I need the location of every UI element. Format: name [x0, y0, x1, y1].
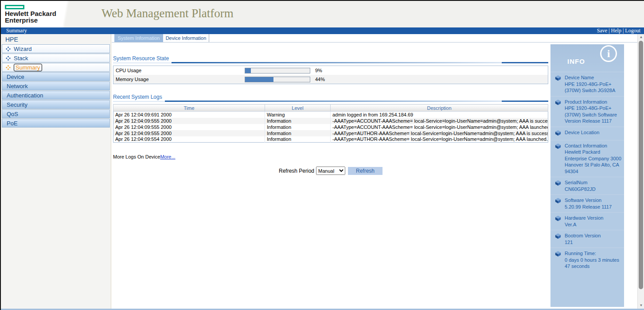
- link-separator: |: [607, 27, 611, 34]
- logout-link[interactable]: Logout: [625, 27, 640, 34]
- cpu-usage-progressbar: [245, 68, 310, 74]
- info-item-device-name: Device NameHPE 1920-48G-PoE+ (370W) Swit…: [550, 72, 624, 96]
- sidebar-group-label: Network: [7, 83, 28, 89]
- section-title: System Resource State: [113, 55, 172, 63]
- device-location-icon: [555, 129, 562, 138]
- log-row: Apr 26 12:04:09:554 2000 Information -AA…: [113, 136, 548, 143]
- more-logs-label: More Logs On Device: [113, 154, 160, 159]
- diamond-cluster-icon: [6, 46, 11, 51]
- info-value: HPE 1920-48G-PoE+ (370W) Switch Software…: [565, 105, 622, 124]
- info-label: Running Time:: [565, 250, 622, 257]
- window-frame-left: [0, 0, 1, 310]
- info-panel: INFO i Device NameHPE 1920-48G-PoE+ (370…: [550, 44, 624, 307]
- section-rule-cap: [502, 62, 548, 63]
- sidebar-group-security[interactable]: Security: [2, 100, 110, 109]
- running-time-icon: [555, 250, 562, 270]
- scroll-down-arrow-icon[interactable]: ▼: [638, 302, 644, 309]
- sidebar: HPE Wizard Stack Summary Device Network …: [1, 34, 111, 309]
- diamond-cluster-icon: [6, 65, 11, 70]
- info-value: 5.20.99 Release 1117: [565, 204, 622, 210]
- memory-usage-progress-fill: [245, 77, 273, 82]
- sidebar-group-authentication[interactable]: Authentication: [2, 91, 110, 100]
- info-circle-icon: i: [600, 45, 617, 62]
- info-label: Device Location: [565, 129, 622, 136]
- sidebar-group-label: QoS: [7, 111, 18, 117]
- system-logs-table: Time Level Description Apr 26 12:04:09:6…: [113, 104, 548, 143]
- section-rule: [172, 62, 502, 63]
- info-item-running-time: Running Time:0 days 0 hours 3 minutes 47…: [550, 248, 624, 272]
- cpu-usage-progress-fill: [245, 68, 251, 73]
- web-management-platform-window: Hewlett Packard Enterprise Web Managemen…: [0, 0, 644, 310]
- refresh-controls: Refresh Period Manual Refresh: [113, 167, 548, 175]
- sidebar-group-label: Authentication: [7, 92, 43, 99]
- sidebar-item-label: Stack: [14, 55, 28, 62]
- sidebar-group-label: Device: [7, 74, 24, 80]
- bootrom-version-icon: [555, 232, 562, 245]
- info-item-software-version: Software Version5.20.99 Release 1117: [550, 194, 624, 212]
- help-link[interactable]: Help: [611, 27, 621, 34]
- tab-system-information[interactable]: System Information: [114, 34, 163, 42]
- software-version-icon: [555, 197, 562, 210]
- sidebar-group-qos[interactable]: QoS: [2, 109, 110, 118]
- contact-information-icon: [555, 143, 562, 175]
- save-link[interactable]: Save: [597, 27, 607, 34]
- refresh-button[interactable]: Refresh: [348, 167, 382, 175]
- sidebar-group-label: Security: [7, 101, 27, 108]
- description-column-header: Description: [331, 105, 548, 112]
- log-level: Information: [265, 118, 331, 124]
- memory-usage-value: 44%: [314, 77, 325, 82]
- log-row: Apr 26 12:04:09:555 2000 Information -AA…: [113, 130, 548, 136]
- info-item-device-location: Device Location: [550, 127, 624, 140]
- diamond-cluster-icon: [6, 56, 11, 61]
- tab-device-information[interactable]: Device Information: [163, 34, 209, 42]
- log-time: Apr 26 12:04:09:555 2000: [113, 124, 265, 130]
- log-row: Apr 26 12:04:09:555 2000 Information -AA…: [113, 118, 548, 124]
- log-description: -AAAType=ACCOUNT-AAAScheme= local-Servic…: [331, 124, 548, 130]
- sidebar-group-network[interactable]: Network: [2, 81, 110, 90]
- sidebar-group-device[interactable]: Device: [2, 72, 110, 81]
- info-panel-title: INFO: [567, 58, 585, 65]
- sidebar-item-stack[interactable]: Stack: [2, 54, 110, 62]
- info-value: Ver.A: [565, 221, 622, 228]
- info-label: SerialNum: [565, 179, 622, 186]
- more-logs-link[interactable]: More...: [160, 154, 175, 159]
- log-level: Information: [265, 124, 331, 130]
- scroll-up-arrow-icon[interactable]: ▲: [638, 34, 644, 40]
- header-banner: Hewlett Packard Enterprise Web Managemen…: [1, 1, 644, 27]
- log-description: admin logged in from 169.254.184.69: [331, 112, 548, 118]
- log-description: -AAAType=ACCOUNT-AAAScheme= local-Servic…: [331, 118, 548, 124]
- info-label: Contact Information: [565, 143, 622, 149]
- log-time: Apr 26 12:04:09:555 2000: [113, 118, 265, 124]
- sidebar-item-label: Wizard: [14, 46, 31, 52]
- info-value: Hewlett Packard Enterprise Company 3000 …: [565, 149, 622, 174]
- log-time: Apr 26 12:04:09:554 2000: [113, 136, 265, 143]
- info-label: Device Name: [565, 74, 622, 81]
- refresh-period-select[interactable]: Manual: [316, 167, 345, 175]
- cpu-usage-value: 9%: [314, 68, 322, 73]
- section-title: Recent System Logs: [113, 94, 165, 102]
- page-title: Web Management Platform: [101, 7, 234, 20]
- hpe-logo: Hewlett Packard Enterprise: [5, 5, 56, 23]
- sidebar-item-wizard[interactable]: Wizard: [2, 44, 110, 53]
- section-rule: [165, 101, 502, 102]
- tab-strip: System Information Device Information: [112, 34, 637, 43]
- sidebar-item-label: Summary: [14, 64, 42, 71]
- info-label: Bootrom Version: [565, 232, 622, 239]
- log-level: Warning: [265, 112, 331, 118]
- vertical-scrollbar[interactable]: ▲ ▼: [637, 34, 644, 309]
- navbar-links: Save|Help|Logout: [597, 27, 640, 34]
- scrollbar-thumb[interactable]: [639, 41, 643, 289]
- sidebar-group-poe[interactable]: PoE: [2, 119, 110, 128]
- info-value: CN60GP82JD: [565, 186, 622, 193]
- sidebar-item-summary-selected[interactable]: Summary: [2, 63, 110, 72]
- product-information-icon: [555, 99, 562, 124]
- navigation-bar: Summary Save|Help|Logout: [1, 27, 644, 34]
- log-row: Apr 26 12:04:09:691 2000 Warning admin l…: [113, 112, 548, 118]
- sidebar-group-label: PoE: [7, 120, 18, 127]
- log-time: Apr 26 12:04:09:555 2000: [113, 130, 265, 136]
- cpu-usage-label: CPU Usage: [113, 68, 245, 73]
- log-description: -AAAType=AUTHOR-AAAScheme= local-Service…: [331, 136, 548, 143]
- logs-header-row: Time Level Description: [113, 105, 548, 112]
- info-item-product-information: Product InformationHPE 1920-48G-PoE+ (37…: [550, 96, 624, 127]
- info-label: Software Version: [565, 197, 622, 204]
